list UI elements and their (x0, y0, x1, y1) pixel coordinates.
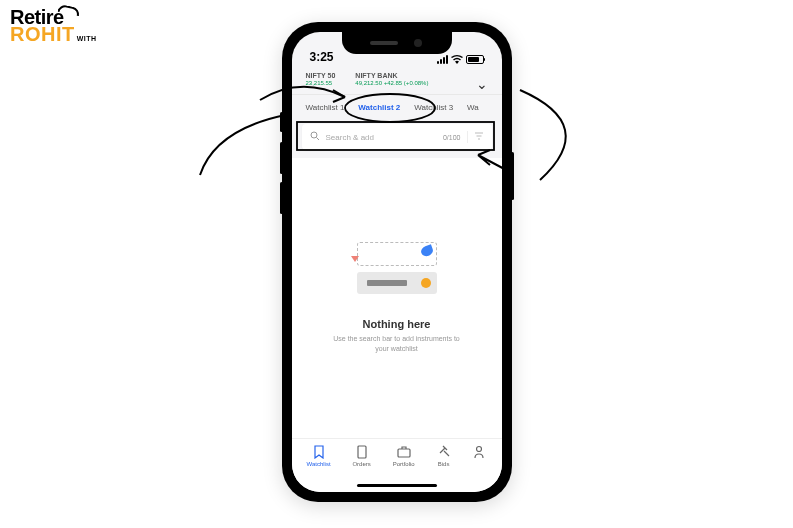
bottom-nav: Watchlist Orders Portfolio Bids (292, 438, 502, 492)
search-box[interactable]: 0/100 (302, 124, 492, 150)
brand-logo: Retire ROHITWITH (10, 8, 97, 44)
status-time: 3:25 (310, 50, 334, 64)
tab-watchlist-more[interactable]: Wa (467, 103, 479, 112)
empty-subtitle: Use the search bar to add instruments to… (327, 334, 467, 354)
index-nifty50[interactable]: NIFTY 50 23,215.55 (306, 72, 336, 86)
nav-orders[interactable]: Orders (352, 445, 370, 467)
index-niftybank[interactable]: NIFTY BANK 49,212.50 +42.85 (+0.08%) (355, 72, 428, 86)
tab-watchlist1[interactable]: Watchlist 1 (306, 103, 345, 112)
nav-label: Orders (352, 461, 370, 467)
watchlist-tabs: Watchlist 1 Watchlist 2 Watchlist 3 Wa (292, 95, 502, 120)
svg-rect-6 (398, 449, 410, 457)
logo-line2: ROHIT (10, 23, 75, 45)
nav-portfolio[interactable]: Portfolio (393, 445, 415, 467)
tab-watchlist3[interactable]: Watchlist 3 (414, 103, 453, 112)
svg-line-1 (316, 138, 319, 141)
empty-illustration (347, 242, 447, 302)
chevron-down-icon[interactable]: ⌄ (476, 76, 488, 92)
nav-label: Portfolio (393, 461, 415, 467)
book-icon (355, 445, 369, 459)
gavel-icon (437, 445, 451, 459)
index-name: NIFTY 50 (306, 72, 336, 79)
index-value: 23,215.55 (306, 80, 336, 86)
nav-label: Watchlist (306, 461, 330, 467)
svg-point-7 (477, 447, 482, 452)
search-input[interactable] (326, 133, 437, 142)
nav-watchlist[interactable]: Watchlist (306, 445, 330, 467)
svg-rect-5 (358, 446, 366, 458)
battery-icon (466, 55, 484, 64)
tab-watchlist2[interactable]: Watchlist 2 (358, 103, 400, 112)
index-name: NIFTY BANK (355, 72, 428, 79)
logo-tag: WITH (77, 35, 97, 42)
nav-label: Bids (438, 461, 450, 467)
filter-icon[interactable] (467, 131, 484, 143)
market-indices: NIFTY 50 23,215.55 NIFTY BANK 49,212.50 … (292, 66, 502, 95)
phone-frame: 3:25 NIFTY 50 23,215.55 NIFTY BANK 49,21… (282, 22, 512, 502)
nav-bids[interactable]: Bids (437, 445, 451, 467)
search-counter: 0/100 (443, 134, 461, 141)
user-icon (472, 445, 486, 459)
signal-icon (437, 55, 448, 64)
briefcase-icon (397, 445, 411, 459)
phone-notch (342, 32, 452, 54)
empty-title: Nothing here (363, 318, 431, 330)
home-indicator (357, 484, 437, 487)
bookmark-icon (312, 445, 326, 459)
wifi-icon (451, 55, 463, 64)
search-icon (310, 131, 320, 143)
empty-state: Nothing here Use the search bar to add i… (292, 158, 502, 438)
nav-profile[interactable] (472, 445, 486, 461)
svg-point-0 (311, 132, 317, 138)
index-value: 49,212.50 +42.85 (+0.08%) (355, 80, 428, 86)
